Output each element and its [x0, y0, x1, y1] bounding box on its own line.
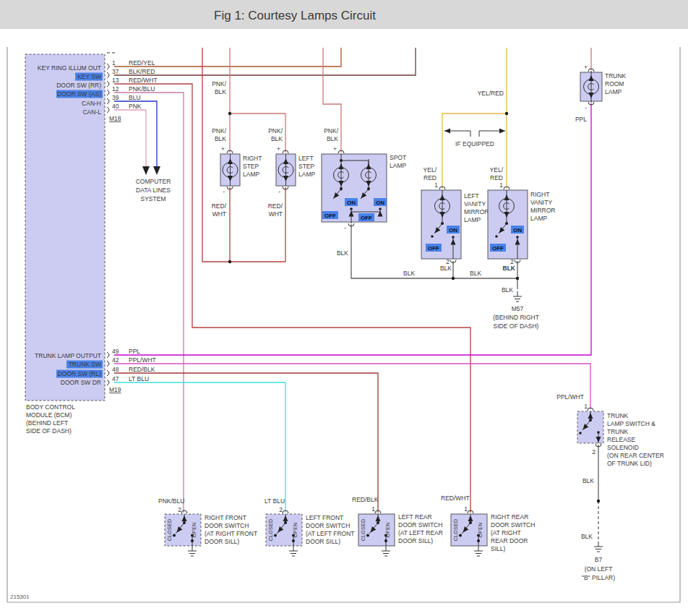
component-label: VANITY: [464, 200, 486, 208]
label-blk: BLK: [502, 286, 513, 294]
minus-sign: -: [223, 188, 225, 195]
label-blk: BLK: [470, 270, 481, 277]
pin-number: 48: [112, 366, 119, 373]
component-label: TRUNK: [607, 412, 629, 419]
note-line: SYSTEM: [141, 195, 166, 202]
component-label: SILL): [491, 545, 505, 552]
bcm-signal: DOOR SW (RR): [56, 82, 101, 89]
label-pnk-blk: BLK: [271, 135, 283, 142]
label-ppl: PPL: [575, 116, 587, 123]
component-label: DOOR SWITCH: [398, 521, 442, 529]
wire-code: PPL: [129, 348, 140, 355]
component-label: STEP: [243, 163, 259, 170]
pin-number: 1: [434, 181, 438, 189]
component-label: OF TRUNK LID): [607, 460, 652, 467]
ground-location: "B" PILLAR): [582, 574, 615, 581]
diagram-frame: [7, 47, 680, 602]
label-pnk-blk: PNK/: [324, 127, 338, 134]
label-yel-red: YEL/: [423, 166, 437, 174]
left-step-lamp: + - LEFT STEP LAMP: [276, 145, 315, 195]
component-label: DOOR SILL): [398, 537, 433, 544]
component-label: SOLENOID: [607, 444, 639, 451]
pin-number: 2: [178, 506, 181, 513]
component-label: LEFT: [298, 155, 314, 162]
minus-sign: -: [585, 104, 587, 111]
wire-ppl-wht: [114, 364, 590, 409]
component-label: TRUNK: [605, 72, 627, 80]
wire-code: LT BLU: [129, 375, 149, 382]
ground-m57: M57 (BEHIND RIGHT SIDE OF DASH): [493, 294, 539, 330]
component-label: LEFT REAR: [398, 513, 432, 521]
open-label: OPEN: [385, 522, 390, 537]
note-line: COMPUTER: [136, 178, 171, 185]
ground-code: B7: [595, 556, 603, 563]
component-label: LAMP: [298, 171, 315, 178]
left-vanity-mirror-lamp: 1 ON OFF 2 BLK LEFT VANITY MIRROR LAMP: [421, 181, 489, 272]
component-label: RIGHT REAR: [491, 513, 528, 521]
component-label: STEP: [298, 163, 315, 170]
wire-code: RED/YEL: [129, 59, 155, 67]
ground-location: (ON LEFT: [585, 565, 613, 573]
wire-code: BLK/RED: [129, 68, 155, 75]
pin-number: 1: [371, 505, 375, 513]
label-pnk-blu: PNK/BLU: [158, 497, 184, 505]
label-yel-red: RED: [423, 174, 437, 181]
component-label: RELEASE: [607, 436, 636, 443]
component-label: RIGHT: [243, 155, 262, 162]
note-line: DATA LINES: [136, 187, 171, 194]
ground-location: SIDE OF DASH): [494, 322, 539, 330]
pin-number: 12: [112, 85, 119, 93]
bcm-signal: CAN-L: [82, 108, 101, 116]
component-label: SPOT: [390, 154, 406, 161]
closed-label: CLOSED: [268, 519, 273, 542]
component-label: (AT RIGHT: [491, 529, 521, 536]
component-label: DOOR SWITCH: [306, 522, 350, 529]
bcm-caption: BODY CONTROL: [26, 403, 75, 411]
label-yel-red: RED: [490, 174, 503, 181]
component-label: LEFT FRONT: [306, 514, 343, 521]
off-label: OFF: [324, 213, 336, 219]
component-label: (AT RIGHT FRONT: [205, 530, 257, 537]
component-label: LEFT: [464, 192, 479, 200]
off-label: OFF: [492, 245, 504, 252]
wire-blu: [114, 101, 157, 166]
wire-red-wht: [114, 48, 470, 513]
on-label: ON: [347, 200, 356, 206]
off-label: OFF: [428, 245, 439, 252]
bcm-signal-highlighted: DOOR SW (AS): [57, 90, 101, 98]
wire-code: PNK: [129, 103, 142, 110]
bcm-signal: KEY RING ILLUM OUT: [38, 64, 101, 72]
ground-b7: B7 (ON LEFT "B" PILLAR): [582, 544, 615, 581]
closed-label: CLOSED: [361, 519, 366, 542]
closed-label: CLOSED: [167, 519, 172, 542]
component-label: LAMP: [464, 216, 481, 223]
label-pnk-blk: PNK/: [268, 127, 283, 134]
spot-lamp: + ON ON OFF OFF - SPOT LAMP: [322, 145, 406, 231]
label-pnk-blk: BLK: [215, 135, 226, 142]
label-pnk-blk: BLK: [215, 88, 226, 95]
label-blk: BLK: [337, 249, 348, 257]
if-equipped-note: IF EQUIPPED: [444, 129, 505, 148]
component-label: DOOR SWITCH: [205, 522, 249, 529]
wire-code: PNK/BLU: [129, 85, 155, 93]
component-label: RIGHT: [530, 191, 549, 198]
label-pnk-blk: PNK/: [212, 80, 226, 87]
right-rear-door-switch: 1 CLOSED OPEN RIGHT REAR DOOR SWITCH (AT…: [451, 505, 535, 556]
bcm-signal-highlighted: DOOR SW (RL): [58, 370, 102, 377]
component-label: DOOR SILL): [306, 538, 340, 545]
right-vanity-mirror-lamp: 1 ON OFF 2 BLK RIGHT VANITY MIRROR LAMP: [488, 181, 555, 272]
pin-number: 1: [464, 505, 468, 513]
pin-number: 1: [499, 181, 503, 189]
bcm-signal: DOOR SW DR: [61, 379, 101, 386]
wire-lt-blu: [114, 382, 285, 513]
component-label: RIGHT FRONT: [205, 514, 246, 521]
minus-sign: -: [278, 188, 280, 195]
label-pnk-blk: PNK/: [212, 127, 226, 134]
connector-m18: M18: [109, 115, 121, 122]
pin-number: 2: [279, 506, 283, 513]
label-blk: BLK: [582, 477, 594, 484]
right-front-door-switch: 2 CLOSED OPEN RIGHT FRONT DOOR SWITCH (A…: [165, 506, 257, 556]
wire-code: RED/BLK: [129, 366, 155, 373]
label-red-wht: RED/WHT: [441, 495, 470, 502]
label-yel-red: YEL/: [490, 166, 504, 174]
